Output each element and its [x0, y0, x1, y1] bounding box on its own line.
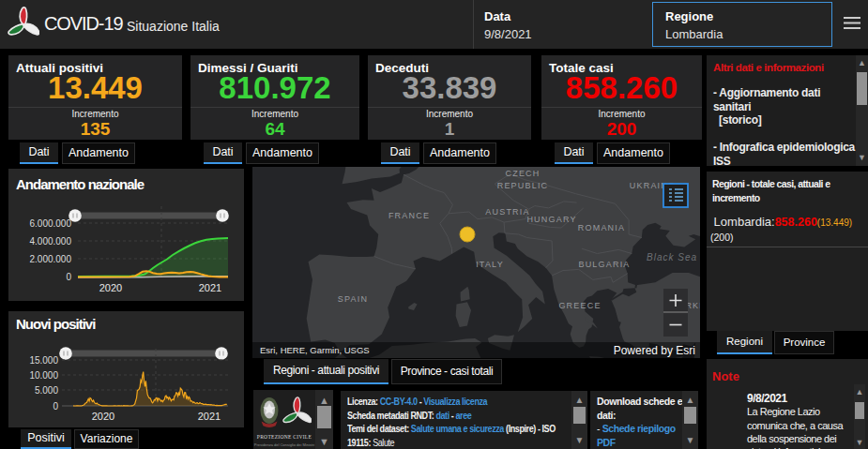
svg-text:Esri, HERE, Garmin, USGS: Esri, HERE, Garmin, USGS [260, 345, 370, 355]
svg-text:10.000: 10.000 [29, 370, 58, 381]
svg-text:ROMANIA: ROMANIA [578, 223, 625, 232]
svg-text:BULGARIA: BULGARIA [578, 260, 630, 269]
svg-text:AUSTRIA: AUSTRIA [485, 207, 529, 217]
svg-text:2020: 2020 [99, 282, 122, 293]
svg-text:2020: 2020 [92, 411, 114, 422]
svg-text:2.000.000: 2.000.000 [30, 254, 72, 264]
svg-text:0: 0 [53, 401, 58, 412]
svg-text:CZECH: CZECH [506, 169, 541, 178]
svg-text:REPUBLIC: REPUBLIC [497, 181, 549, 190]
svg-text:HUNGARY: HUNGARY [526, 215, 576, 224]
svg-text:4.000.000: 4.000.000 [30, 236, 72, 247]
svg-text:Black Sea: Black Sea [647, 252, 697, 262]
svg-text:ITALY: ITALY [476, 260, 504, 269]
svg-text:2021: 2021 [199, 282, 221, 293]
svg-text:2021: 2021 [198, 411, 221, 422]
svg-text:Powered by Esri: Powered by Esri [614, 344, 695, 357]
svg-text:FRANCE: FRANCE [388, 211, 430, 220]
svg-text:0: 0 [66, 272, 71, 282]
svg-text:15.000: 15.000 [29, 355, 58, 366]
svg-text:SPAIN: SPAIN [338, 294, 368, 304]
svg-text:GREECE: GREECE [558, 301, 601, 310]
svg-text:5.000: 5.000 [35, 385, 58, 396]
svg-text:6.000.000: 6.000.000 [30, 218, 72, 229]
